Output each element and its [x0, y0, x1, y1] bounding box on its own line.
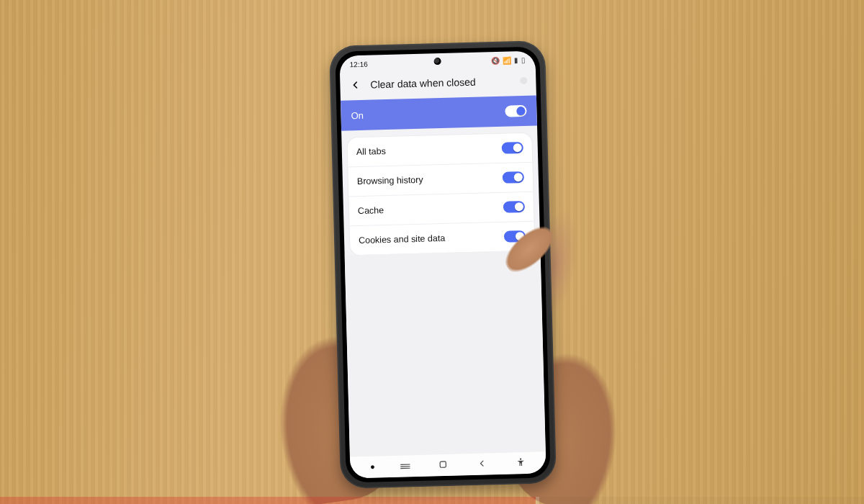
- page-title: Clear data when closed: [370, 75, 513, 90]
- signal-icon: ▮: [513, 56, 518, 64]
- accessibility-icon: [516, 457, 526, 467]
- toggle-history[interactable]: [503, 171, 524, 184]
- settings-row-cache[interactable]: Cache: [348, 192, 534, 227]
- settings-row-cookies[interactable]: Cookies and site data: [350, 222, 535, 256]
- settings-row-label: Browsing history: [357, 175, 423, 186]
- svg-point-1: [520, 458, 521, 459]
- video-progress-bar: [0, 497, 864, 504]
- home-button[interactable]: [438, 459, 448, 471]
- recents-button[interactable]: |||: [400, 463, 412, 469]
- header-trailing-spot: [520, 77, 527, 84]
- accessibility-button[interactable]: [516, 457, 526, 469]
- toggle-cookies[interactable]: [504, 230, 526, 243]
- settings-row-label: All tabs: [356, 146, 386, 157]
- svg-rect-0: [440, 461, 446, 467]
- wifi-icon: 📶: [502, 56, 510, 64]
- master-toggle-label: On: [351, 109, 364, 120]
- android-nav-bar: • |||: [350, 451, 546, 478]
- settings-row-history[interactable]: Browsing history: [348, 163, 533, 197]
- toggle-cache[interactable]: [503, 201, 525, 213]
- settings-row-label: Cache: [358, 205, 384, 216]
- square-icon: [438, 459, 448, 469]
- battery-icon: ▯: [521, 55, 525, 63]
- master-toggle-row[interactable]: On: [341, 96, 537, 131]
- chevron-left-icon: [477, 458, 487, 468]
- status-time: 12:16: [350, 60, 368, 68]
- nav-back-button[interactable]: [477, 458, 487, 470]
- mute-icon: 🔇: [490, 56, 499, 64]
- desk-background: 12:16 🔇 📶 ▮ ▯ Clear data when closed: [0, 0, 864, 504]
- settings-list: All tabs Browsing history Cache Cookies …: [347, 133, 534, 256]
- phone-device: 12:16 🔇 📶 ▮ ▯ Clear data when closed: [329, 40, 557, 489]
- toggle-all-tabs[interactable]: [502, 142, 523, 154]
- master-toggle-switch[interactable]: [505, 105, 526, 117]
- settings-row-all-tabs[interactable]: All tabs: [347, 133, 532, 168]
- screen-empty-area: [345, 250, 546, 456]
- settings-row-label: Cookies and site data: [359, 233, 446, 246]
- chevron-left-icon: [349, 79, 361, 91]
- back-button[interactable]: [347, 77, 364, 94]
